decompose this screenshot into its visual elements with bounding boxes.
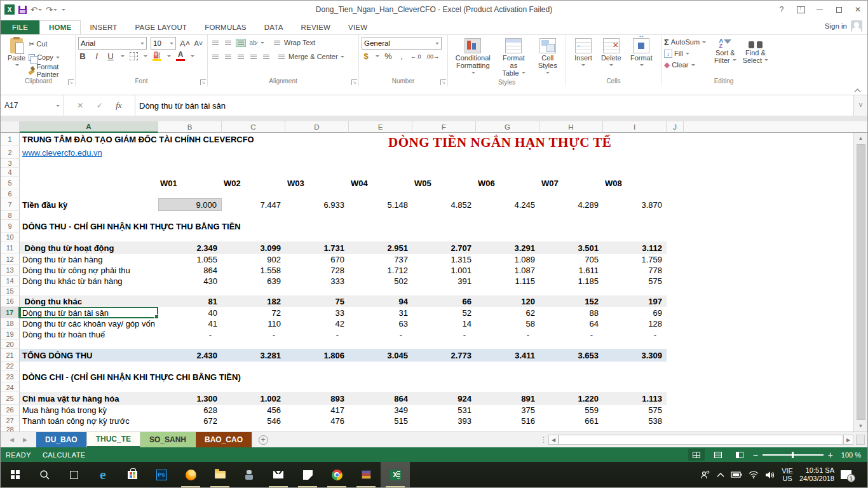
percent-style-button[interactable]: % — [384, 51, 393, 61]
cell-D6[interactable] — [285, 189, 349, 198]
cell-I7[interactable]: 3.870 — [603, 198, 667, 211]
zoom-slider[interactable] — [763, 454, 824, 456]
cell-H7[interactable]: 4.289 — [539, 198, 603, 211]
save-button[interactable] — [18, 6, 27, 14]
cell-F24[interactable] — [412, 383, 476, 392]
cell-C26[interactable]: 456 — [222, 405, 285, 416]
cell-J26[interactable] — [667, 405, 684, 416]
cell-G28[interactable] — [476, 426, 539, 431]
cell-D11[interactable]: 1.731 — [285, 241, 349, 254]
cell-H15[interactable] — [539, 287, 603, 295]
cell-A3[interactable] — [20, 159, 158, 168]
cell-G21[interactable]: 3.411 — [476, 349, 539, 362]
mail-icon[interactable] — [264, 462, 293, 487]
row-header-10[interactable]: 10 — [1, 233, 20, 241]
alignment-dialog-launcher[interactable]: ↘ — [351, 79, 357, 85]
find-select-button[interactable]: Find &Select — [740, 37, 772, 65]
cell-D17[interactable]: 33 — [285, 307, 349, 318]
cell-I24[interactable] — [603, 383, 667, 392]
align-right-icon[interactable] — [236, 53, 246, 61]
cell-B13[interactable]: 864 — [158, 265, 222, 276]
cell-D7[interactable]: 6.933 — [285, 198, 349, 211]
cell-A23[interactable]: DÒNG CHI - (CHỈ GHI NHẬN KHI THỰC CHI BẰ… — [20, 370, 158, 383]
cell-B26[interactable]: 628 — [158, 405, 222, 416]
ribbon-tab-data[interactable]: DATA — [255, 21, 292, 34]
cell-H21[interactable]: 3.653 — [539, 349, 603, 362]
cell-B15[interactable] — [158, 287, 222, 295]
cell-C28[interactable] — [222, 426, 285, 431]
cell-D4[interactable] — [285, 168, 349, 177]
cell-C4[interactable] — [222, 168, 285, 177]
grow-font-button[interactable]: A˄ — [180, 39, 190, 48]
cell-D28[interactable] — [285, 426, 349, 431]
cell-E6[interactable] — [349, 189, 412, 198]
col-header-I[interactable]: I — [603, 121, 667, 133]
decrease-decimal-button[interactable]: .00→ — [426, 53, 440, 60]
sheet-tab-bao_cao[interactable]: BAO_CAO — [196, 432, 252, 447]
italic-button[interactable]: I — [92, 51, 101, 61]
col-header-D[interactable]: D — [285, 121, 349, 133]
number-dialog-launcher[interactable]: ↘ — [440, 79, 446, 85]
cell-F6[interactable] — [412, 189, 476, 198]
insert-cells-button[interactable]: Insert — [571, 37, 595, 71]
page-break-view-button[interactable] — [731, 449, 748, 461]
photos-icon[interactable] — [293, 462, 322, 487]
cell-A26[interactable]: Mua hàng hóa trong kỳ — [20, 405, 158, 416]
cell-D16[interactable]: 75 — [285, 295, 349, 307]
cell-I22[interactable] — [603, 362, 667, 370]
hscroll-left-icon[interactable]: ◀ — [548, 435, 559, 445]
cell-F5[interactable]: W05 — [412, 177, 476, 189]
cell-C17[interactable]: 72 — [222, 307, 285, 318]
cell-I13[interactable]: 778 — [603, 265, 667, 276]
cell-J15[interactable] — [667, 287, 684, 295]
row-header-24[interactable]: 24 — [1, 383, 20, 392]
cell-F28[interactable] — [412, 426, 476, 431]
cell-I4[interactable] — [603, 168, 667, 177]
cell-A20[interactable] — [20, 340, 158, 349]
cell-H9[interactable] — [539, 220, 603, 233]
increase-decimal-button[interactable]: ←.0 — [410, 53, 421, 60]
formula-input[interactable]: Dòng thu từ bán tài sản — [135, 95, 853, 116]
cell-C6[interactable] — [222, 189, 285, 198]
cell-J7[interactable] — [667, 198, 684, 211]
bold-button[interactable]: B — [78, 51, 87, 61]
cell-E16[interactable]: 94 — [349, 295, 412, 307]
cell-I16[interactable]: 197 — [603, 295, 667, 307]
cell-G22[interactable] — [476, 362, 539, 370]
cell-F17[interactable]: 52 — [412, 307, 476, 318]
zoom-out-button[interactable]: − — [753, 452, 758, 458]
cell-B28[interactable] — [158, 426, 222, 431]
cell-G15[interactable] — [476, 287, 539, 295]
cell-D19[interactable]: - — [285, 329, 349, 340]
cell-I6[interactable] — [603, 189, 667, 198]
cell-G19[interactable]: - — [476, 329, 539, 340]
clock[interactable]: 10:51 SA24/03/2018 — [799, 466, 834, 483]
fill-color-button[interactable]: ⛽ — [153, 51, 161, 61]
cell-B10[interactable] — [158, 233, 222, 241]
cell-E8[interactable] — [349, 211, 412, 220]
cell-I9[interactable] — [603, 220, 667, 233]
scroll-up-icon[interactable]: ▲ — [854, 133, 867, 144]
cell-C5[interactable]: W02 — [222, 177, 285, 189]
merge-center-button[interactable]: Merge & Center — [276, 51, 344, 62]
cell-A10[interactable] — [20, 233, 158, 241]
cell-A8[interactable] — [20, 211, 158, 220]
wifi-icon[interactable] — [749, 471, 759, 478]
sheet-tab-thuc_te[interactable]: THUC_TE — [87, 432, 140, 447]
cell-I21[interactable]: 3.309 — [603, 349, 667, 362]
ribbon-tab-home[interactable]: HOME — [39, 20, 81, 34]
cell-J2[interactable] — [667, 146, 684, 159]
cell-D21[interactable]: 1.806 — [285, 349, 349, 362]
cell-F22[interactable] — [412, 362, 476, 370]
chrome-icon[interactable] — [322, 462, 351, 487]
select-all-corner[interactable] — [1, 121, 20, 133]
cell-E23[interactable] — [349, 370, 412, 383]
cell-A25[interactable]: Chi mua vật tư hàng hóa — [20, 392, 158, 405]
hidden-icons-chevron-icon[interactable] — [717, 472, 724, 477]
cell-I19[interactable]: - — [603, 329, 667, 340]
sign-in-link[interactable]: Sign in — [825, 22, 847, 30]
cell-H5[interactable]: W07 — [539, 177, 603, 189]
row-header-27[interactable]: 27 — [1, 416, 20, 426]
cell-J12[interactable] — [667, 254, 684, 265]
cell-G26[interactable]: 375 — [476, 405, 539, 416]
